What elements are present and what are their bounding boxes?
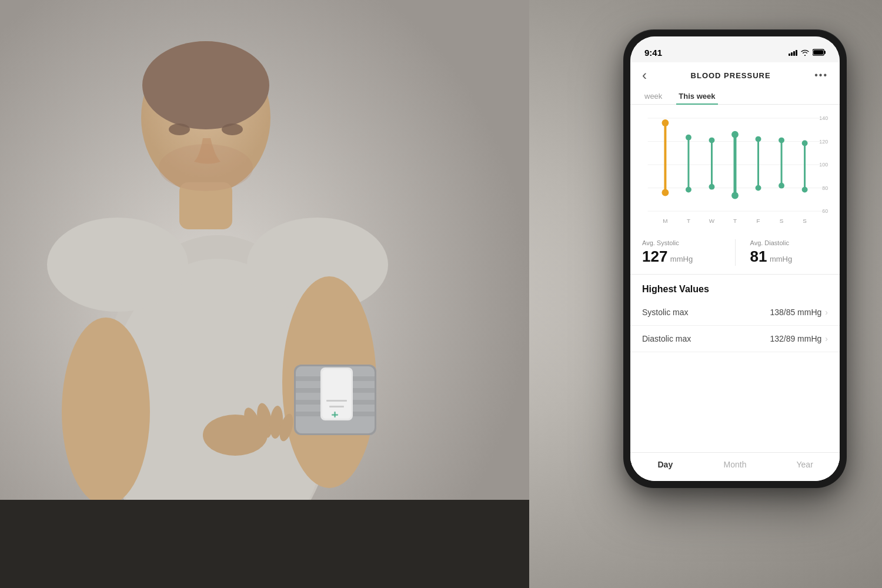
bottom-tabs: Day Month Year <box>630 452 840 481</box>
svg-point-55 <box>731 192 739 199</box>
tab-month[interactable]: Month <box>700 457 770 472</box>
svg-point-60 <box>779 138 784 143</box>
systolic-stat: Avg. Systolic 127 mmHg <box>642 239 720 266</box>
tab-year[interactable]: Year <box>770 457 840 472</box>
nav-bar: ‹ BLOOD PRESSURE ••• <box>630 62 840 88</box>
app-content: ‹ BLOOD PRESSURE ••• week This week <box>630 62 840 481</box>
diastolic-max-value: 132/89 mmHg <box>770 334 821 343</box>
systolic-unit: mmHg <box>670 255 693 263</box>
person-illustration <box>0 0 529 588</box>
systolic-max-row[interactable]: Systolic max 138/85 mmHg › <box>630 299 840 326</box>
wifi-icon <box>800 49 810 56</box>
chart-svg: 140 120 100 80 60 <box>636 111 834 228</box>
svg-text:M: M <box>663 218 667 224</box>
svg-text:T: T <box>687 218 690 224</box>
svg-point-64 <box>802 187 808 193</box>
systolic-value: 127 <box>642 248 667 265</box>
tab-day[interactable]: Day <box>630 457 700 472</box>
svg-point-51 <box>709 138 715 143</box>
svg-point-61 <box>779 183 784 189</box>
svg-point-48 <box>686 135 691 141</box>
systolic-max-value: 138/85 mmHg <box>770 308 821 317</box>
status-bar: 9:41 <box>630 36 840 62</box>
diastolic-max-right: 132/89 mmHg › <box>770 334 828 343</box>
svg-text:W: W <box>709 218 715 224</box>
svg-point-6 <box>47 218 188 312</box>
svg-point-63 <box>802 141 808 146</box>
phone-frame: 9:41 <box>623 29 847 488</box>
svg-point-46 <box>662 189 669 196</box>
systolic-max-label: Systolic max <box>642 308 689 317</box>
svg-point-45 <box>662 119 669 126</box>
chart-area: 140 120 100 80 60 <box>630 105 840 231</box>
diastolic-stat: Avg. Diastolic 81 mmHg <box>750 239 828 266</box>
systolic-label: Avg. Systolic <box>642 239 720 246</box>
period-tabs: week This week <box>630 88 840 105</box>
phone-screen: 9:41 <box>630 36 840 481</box>
svg-text:80: 80 <box>822 185 828 191</box>
diastolic-max-row[interactable]: Diastolic max 132/89 mmHg › <box>630 326 840 352</box>
svg-text:S: S <box>803 218 807 224</box>
svg-point-54 <box>731 131 739 138</box>
diastolic-label: Avg. Diastolic <box>750 239 828 246</box>
screen-title: BLOOD PRESSURE <box>691 71 771 80</box>
signal-icon <box>789 49 797 56</box>
svg-point-4 <box>142 41 269 129</box>
svg-point-28 <box>169 123 190 135</box>
svg-point-49 <box>686 187 691 193</box>
diastolic-value: 81 <box>750 248 767 265</box>
diastolic-unit: mmHg <box>770 255 792 263</box>
tab-week[interactable]: week <box>642 88 664 104</box>
svg-rect-17 <box>326 400 347 402</box>
diastolic-value-display: 81 mmHg <box>750 248 828 266</box>
status-icons <box>789 49 826 56</box>
svg-point-58 <box>756 185 761 191</box>
home-indicator <box>700 481 770 483</box>
diastolic-max-chevron: › <box>825 334 828 343</box>
status-time: 9:41 <box>644 48 662 58</box>
systolic-value-display: 127 mmHg <box>642 248 720 266</box>
svg-rect-33 <box>813 50 823 55</box>
highest-values-header: Highest Values <box>630 275 840 299</box>
blood-pressure-chart: 140 120 100 80 60 <box>636 111 834 228</box>
svg-rect-30 <box>0 500 529 588</box>
svg-point-29 <box>222 123 243 135</box>
svg-rect-20 <box>332 414 338 416</box>
svg-point-21 <box>62 318 150 506</box>
svg-point-57 <box>756 136 761 142</box>
more-menu-button[interactable]: ••• <box>814 70 828 81</box>
diastolic-max-label: Diastolic max <box>642 334 691 343</box>
svg-point-52 <box>709 184 715 190</box>
tab-this-week[interactable]: This week <box>676 88 717 104</box>
stats-area: Avg. Systolic 127 mmHg Avg. Diastolic 81… <box>630 231 840 275</box>
svg-rect-16 <box>322 369 351 419</box>
phone-mockup: 9:41 <box>623 29 847 488</box>
battery-icon <box>813 49 826 56</box>
back-button[interactable]: ‹ <box>642 67 647 83</box>
svg-text:T: T <box>733 218 737 224</box>
stats-divider <box>735 239 736 266</box>
systolic-max-chevron: › <box>825 308 828 317</box>
svg-rect-18 <box>329 406 344 407</box>
systolic-max-right: 138/85 mmHg › <box>770 308 828 317</box>
svg-text:60: 60 <box>822 208 828 214</box>
svg-text:S: S <box>780 218 784 224</box>
svg-text:F: F <box>757 218 760 224</box>
svg-rect-32 <box>824 51 826 54</box>
